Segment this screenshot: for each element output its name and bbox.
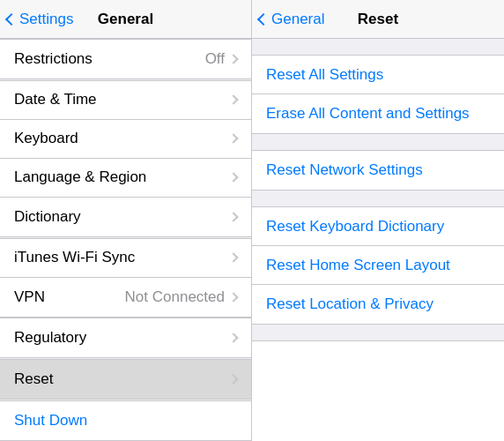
left-groups: Restrictions Off Date & Time Keyboard La…: [0, 39, 251, 441]
reset-network-item[interactable]: Reset Network Settings: [252, 151, 504, 190]
left-nav-bar: Settings General: [0, 0, 251, 39]
list-item[interactable]: iTunes Wi-Fi Sync: [0, 239, 251, 278]
reset-group-1: Reset All Settings Erase All Content and…: [252, 55, 504, 134]
chevron-right-icon: [228, 252, 238, 262]
reset-home-screen-label: Reset Home Screen Layout: [266, 257, 450, 274]
restrictions-value: Off: [205, 50, 225, 68]
chevron-right-icon: [228, 212, 238, 221]
vpn-label: VPN: [14, 288, 125, 306]
reset-group-3: Reset Keyboard Dictionary Reset Home Scr…: [252, 206, 504, 325]
left-nav-title: General: [98, 11, 153, 28]
general-back-button[interactable]: General: [259, 11, 324, 28]
reset-group-left: Reset: [0, 359, 251, 400]
datetime-group: Date & Time Keyboard Language & Region D…: [0, 80, 251, 237]
date-time-label: Date & Time: [14, 91, 230, 108]
back-label: Settings: [19, 11, 73, 28]
list-item[interactable]: Date & Time: [0, 81, 251, 120]
reset-list-item[interactable]: Reset: [0, 360, 251, 399]
chevron-right-icon: [228, 375, 238, 385]
reset-all-settings-item[interactable]: Reset All Settings: [252, 56, 504, 94]
back-chevron-icon: [5, 12, 18, 25]
erase-all-label: Erase All Content and Settings: [266, 105, 470, 123]
erase-all-item[interactable]: Erase All Content and Settings: [252, 94, 504, 133]
right-nav-bar: General Reset: [252, 0, 504, 39]
reset-home-screen-item[interactable]: Reset Home Screen Layout: [252, 246, 504, 285]
language-region-label: Language & Region: [14, 168, 230, 186]
list-item[interactable]: Keyboard: [0, 120, 251, 159]
reset-location-privacy-label: Reset Location & Privacy: [266, 295, 434, 313]
gap-r1: [252, 134, 504, 150]
right-panel: General Reset Reset All Settings Erase A…: [252, 0, 504, 441]
back-chevron-icon: [257, 12, 270, 25]
chevron-right-icon: [228, 134, 238, 144]
right-back-label: General: [271, 11, 324, 28]
list-item[interactable]: Dictionary: [0, 198, 251, 236]
gap-r3: [252, 325, 504, 340]
reset-group-2: Reset Network Settings: [252, 150, 504, 191]
regulatory-label: Regulatory: [14, 329, 230, 347]
restrictions-label: Restrictions: [14, 50, 205, 68]
reset-network-label: Reset Network Settings: [266, 161, 423, 179]
reset-all-settings-label: Reset All Settings: [266, 66, 383, 84]
chevron-right-icon: [228, 292, 238, 302]
reset-location-privacy-item[interactable]: Reset Location & Privacy: [252, 285, 504, 324]
left-panel: Settings General Restrictions Off Date &…: [0, 0, 252, 441]
reset-keyboard-dict-label: Reset Keyboard Dictionary: [266, 218, 444, 235]
chevron-right-icon: [228, 173, 238, 183]
chevron-right-icon: [228, 95, 238, 105]
keyboard-label: Keyboard: [14, 130, 230, 147]
itunes-vpn-group: iTunes Wi-Fi Sync VPN Not Connected: [0, 238, 251, 318]
settings-back-button[interactable]: Settings: [7, 11, 73, 28]
shutdown-list-item[interactable]: Shut Down: [0, 401, 251, 440]
reset-keyboard-dict-item[interactable]: Reset Keyboard Dictionary: [252, 207, 504, 246]
right-nav-title: Reset: [358, 11, 398, 28]
bottom-white-area: [252, 340, 504, 441]
gap-r0: [252, 39, 504, 55]
list-item[interactable]: Restrictions Off: [0, 40, 251, 78]
shutdown-group: Shut Down: [0, 400, 251, 441]
regulatory-group: Regulatory: [0, 318, 251, 358]
restrictions-group: Restrictions Off: [0, 39, 251, 79]
vpn-value: Not Connected: [125, 288, 225, 306]
chevron-right-icon: [228, 54, 238, 64]
list-item[interactable]: Regulatory: [0, 318, 251, 357]
shutdown-label: Shut Down: [14, 412, 237, 430]
reset-content: Reset All Settings Erase All Content and…: [252, 39, 504, 441]
list-item[interactable]: Language & Region: [0, 159, 251, 198]
list-item[interactable]: VPN Not Connected: [0, 278, 251, 317]
itunes-label: iTunes Wi-Fi Sync: [14, 249, 230, 266]
reset-label: Reset: [14, 370, 230, 388]
dictionary-label: Dictionary: [14, 208, 230, 226]
chevron-right-icon: [228, 333, 238, 343]
gap-r2: [252, 191, 504, 206]
